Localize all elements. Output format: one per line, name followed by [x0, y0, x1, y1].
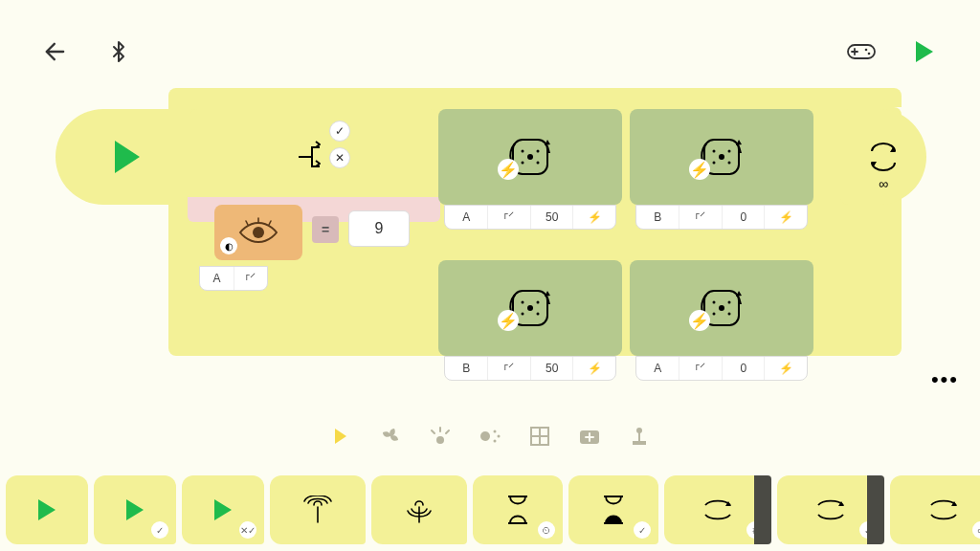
svg-point-21 [537, 313, 540, 316]
block-palette[interactable]: ✓ ✕✓ ⏲ ✓ # ✓ ∞ [0, 469, 980, 551]
svg-point-27 [728, 313, 731, 316]
category-motor[interactable] [376, 422, 405, 451]
motor-params[interactable]: B ⸀⸍ 0 ⚡ [635, 205, 808, 230]
bluetooth-icon [107, 40, 130, 63]
category-tabs [0, 417, 980, 455]
svg-point-6 [522, 150, 524, 153]
palette-start[interactable] [6, 475, 88, 544]
program-canvas[interactable]: ✓ ✕ ◐ = 9 A ⸀⸍ ⚡ ⚡ ⚡ ⚡ A [56, 88, 926, 385]
category-more[interactable] [625, 422, 654, 451]
motor-block[interactable]: ⚡ [438, 260, 622, 356]
palette-loop-forever[interactable]: ∞ [890, 475, 980, 544]
palette-start-ifelse[interactable]: ✕✓ [182, 475, 264, 544]
svg-point-13 [728, 150, 731, 153]
svg-point-17 [527, 305, 533, 311]
category-flow[interactable] [326, 422, 355, 451]
svg-point-19 [537, 301, 540, 304]
x-icon: ✕ [335, 151, 345, 165]
svg-point-7 [537, 150, 540, 153]
antenna-recv-icon [400, 496, 438, 524]
color-white-icon: ◐ [220, 237, 237, 254]
branch-true-button[interactable]: ✓ [329, 121, 350, 142]
motor-params[interactable]: B ⸀⸍ 50 ⚡ [444, 356, 616, 381]
svg-point-12 [713, 150, 716, 153]
eye-icon [236, 217, 280, 248]
hourglass-icon [504, 493, 531, 527]
loop-icon [925, 494, 962, 526]
category-event[interactable] [575, 422, 604, 451]
motor-params[interactable]: A ⸀⸍ 50 ⚡ [444, 205, 616, 230]
loop-mode-label: ∞ [879, 176, 888, 191]
condition-value-input[interactable]: 9 [348, 210, 410, 247]
svg-point-28 [436, 436, 444, 444]
motor-block[interactable]: ⚡ [630, 109, 813, 205]
motor-params[interactable]: A ⸀⸍ 0 ⚡ [635, 356, 808, 381]
bluetooth-button[interactable] [98, 31, 140, 73]
more-menu-button[interactable]: ••• [931, 367, 959, 392]
svg-point-11 [719, 154, 724, 160]
svg-point-31 [498, 435, 501, 438]
gamepad-icon [847, 41, 876, 62]
motor-block[interactable]: ⚡ [438, 109, 622, 205]
palette-receive[interactable] [371, 475, 467, 544]
palette-loop-count[interactable]: # [664, 475, 771, 544]
check-icon: ✓ [335, 124, 345, 138]
palette-wait-until[interactable]: ✓ [568, 475, 658, 544]
flash-icon: ⚡ [498, 159, 519, 180]
motor-block[interactable]: ⚡ [630, 260, 813, 356]
svg-point-5 [527, 154, 533, 160]
hourglass-icon [600, 493, 627, 527]
category-light[interactable] [426, 422, 455, 451]
flash-icon: ⚡ [689, 310, 710, 331]
svg-point-30 [494, 430, 497, 433]
palette-wait-time[interactable]: ⏲ [473, 475, 563, 544]
svg-point-8 [522, 162, 524, 165]
loop-icon [862, 136, 904, 178]
play-icon [916, 41, 933, 62]
sensor-port-selector[interactable]: A ⸀⸍ [199, 266, 268, 291]
svg-point-37 [636, 428, 642, 433]
palette-broadcast[interactable] [270, 475, 366, 544]
category-display[interactable] [525, 422, 554, 451]
svg-point-1 [865, 49, 868, 52]
category-sound[interactable] [476, 422, 504, 451]
svg-point-14 [713, 162, 716, 165]
plus-card-icon [578, 427, 601, 446]
svg-point-18 [522, 301, 524, 304]
loop-icon [813, 494, 849, 526]
container-top [168, 88, 902, 107]
svg-rect-35 [633, 441, 646, 445]
svg-point-2 [868, 53, 871, 55]
svg-point-25 [728, 301, 731, 304]
flash-icon: ⚡ [498, 310, 519, 331]
svg-point-3 [253, 227, 264, 238]
port-label: A [200, 267, 234, 290]
loop-end-block[interactable]: ∞ [840, 109, 926, 205]
palette-start-if[interactable]: ✓ [94, 475, 176, 544]
svg-point-23 [719, 305, 724, 311]
color-sensor-block[interactable]: ◐ [214, 205, 302, 260]
svg-point-15 [728, 162, 731, 165]
svg-point-24 [713, 301, 716, 304]
svg-point-32 [494, 440, 497, 443]
svg-point-29 [480, 431, 490, 441]
back-button[interactable] [34, 31, 77, 73]
equals-operator[interactable]: = [312, 216, 339, 243]
loop-icon [700, 494, 736, 526]
grid-icon [529, 426, 550, 447]
svg-point-20 [522, 313, 524, 316]
flash-icon: ⚡ [689, 159, 710, 180]
condition-row: ◐ = 9 [188, 197, 440, 262]
controller-button[interactable] [840, 31, 882, 73]
fan-icon [379, 425, 402, 448]
sound-icon [478, 426, 502, 447]
palette-loop-until[interactable]: ✓ [777, 475, 884, 544]
antenna-send-icon [299, 496, 337, 524]
switch-block[interactable] [189, 109, 438, 205]
arrow-left-icon [42, 38, 69, 65]
run-button[interactable] [903, 31, 946, 73]
svg-point-9 [537, 162, 540, 165]
branch-false-button[interactable]: ✕ [329, 147, 350, 168]
start-block[interactable] [56, 109, 199, 205]
play-icon [115, 141, 140, 173]
